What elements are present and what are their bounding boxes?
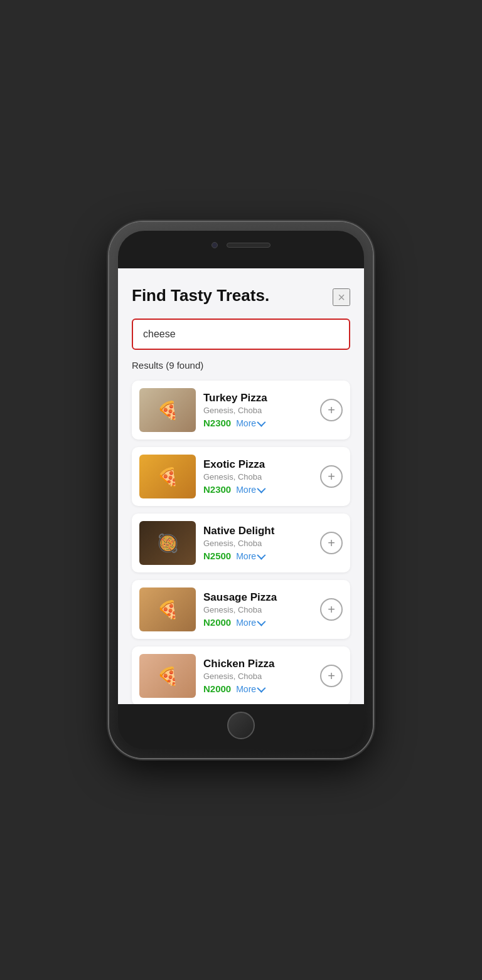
food-image-native-delight: 🥘	[139, 521, 196, 565]
food-info-turkey-pizza: Turkey Pizza Genesis, Choba N2300 More	[203, 392, 313, 428]
screen-content[interactable]: Find Tasty Treats. × Results (9 found) 🍕…	[118, 268, 364, 704]
chevron-down-icon	[257, 683, 265, 692]
food-name: Exotic Pizza	[203, 458, 313, 471]
food-more-link[interactable]: More	[236, 485, 264, 495]
food-price-row: N2000 More	[203, 683, 313, 694]
food-card-exotic-pizza: 🍕 Exotic Pizza Genesis, Choba N2300 More…	[132, 447, 350, 506]
food-name: Chicken Pizza	[203, 658, 313, 670]
page-title: Find Tasty Treats.	[132, 286, 269, 305]
food-price: N2500	[203, 551, 231, 561]
food-info-exotic-pizza: Exotic Pizza Genesis, Choba N2300 More	[203, 458, 313, 495]
chevron-down-icon	[257, 418, 265, 426]
food-card-turkey-pizza: 🍕 Turkey Pizza Genesis, Choba N2300 More…	[132, 381, 350, 440]
food-card-native-delight: 🥘 Native Delight Genesis, Choba N2500 Mo…	[132, 514, 350, 572]
food-image-sausage-pizza: 🍕	[139, 587, 196, 631]
add-item-button[interactable]: +	[320, 532, 343, 554]
add-item-button[interactable]: +	[320, 598, 343, 621]
add-item-button[interactable]: +	[320, 665, 343, 687]
chevron-down-icon	[257, 484, 265, 493]
food-name: Turkey Pizza	[203, 392, 313, 404]
food-location: Genesis, Choba	[203, 406, 313, 415]
add-item-button[interactable]: +	[320, 399, 343, 421]
speaker-grille	[227, 243, 270, 248]
food-image-placeholder: 🍕	[139, 455, 196, 498]
food-info-sausage-pizza: Sausage Pizza Genesis, Choba N2000 More	[203, 591, 313, 628]
search-input[interactable]	[132, 319, 350, 350]
add-item-button[interactable]: +	[320, 465, 343, 488]
food-location: Genesis, Choba	[203, 605, 313, 614]
food-location: Genesis, Choba	[203, 539, 313, 548]
food-price-row: N2000 More	[203, 617, 313, 628]
food-location: Genesis, Choba	[203, 472, 313, 482]
chevron-down-icon	[257, 617, 265, 626]
food-price: N2000	[203, 617, 231, 628]
camera-dot	[212, 242, 218, 248]
food-image-placeholder: 🍕	[139, 388, 196, 432]
food-image-placeholder: 🍕	[139, 587, 196, 631]
food-info-native-delight: Native Delight Genesis, Choba N2500 More	[203, 525, 313, 561]
results-count: Results (9 found)	[132, 360, 350, 371]
food-name: Native Delight	[203, 525, 313, 537]
food-image-turkey-pizza: 🍕	[139, 388, 196, 432]
chevron-down-icon	[257, 551, 265, 559]
food-location: Genesis, Choba	[203, 672, 313, 681]
food-image-chicken-pizza: 🍕	[139, 654, 196, 698]
food-price-row: N2300 More	[203, 418, 313, 428]
food-image-placeholder: 🍕	[139, 654, 196, 698]
phone-top-bar	[212, 242, 270, 248]
food-more-link[interactable]: More	[236, 684, 264, 694]
phone-frame: Find Tasty Treats. × Results (9 found) 🍕…	[109, 222, 373, 758]
food-more-link[interactable]: More	[236, 618, 264, 628]
food-info-chicken-pizza: Chicken Pizza Genesis, Choba N2000 More	[203, 658, 313, 694]
food-card-chicken-pizza: 🍕 Chicken Pizza Genesis, Choba N2000 Mor…	[132, 646, 350, 704]
food-list: 🍕 Turkey Pizza Genesis, Choba N2300 More…	[132, 381, 350, 704]
food-more-link[interactable]: More	[236, 418, 264, 428]
food-price-row: N2500 More	[203, 551, 313, 561]
food-price-row: N2300 More	[203, 484, 313, 495]
food-image-exotic-pizza: 🍕	[139, 455, 196, 498]
food-price: N2300	[203, 418, 231, 428]
home-button[interactable]	[227, 712, 255, 739]
phone-body: Find Tasty Treats. × Results (9 found) 🍕…	[118, 231, 364, 749]
phone-screen: Find Tasty Treats. × Results (9 found) 🍕…	[118, 268, 364, 704]
food-card-sausage-pizza: 🍕 Sausage Pizza Genesis, Choba N2000 Mor…	[132, 580, 350, 639]
close-button[interactable]: ×	[333, 288, 350, 306]
food-more-link[interactable]: More	[236, 551, 264, 561]
food-price: N2000	[203, 683, 231, 694]
food-image-placeholder: 🥘	[139, 521, 196, 565]
food-name: Sausage Pizza	[203, 591, 313, 604]
food-price: N2300	[203, 484, 231, 495]
search-header: Find Tasty Treats. ×	[132, 286, 350, 306]
